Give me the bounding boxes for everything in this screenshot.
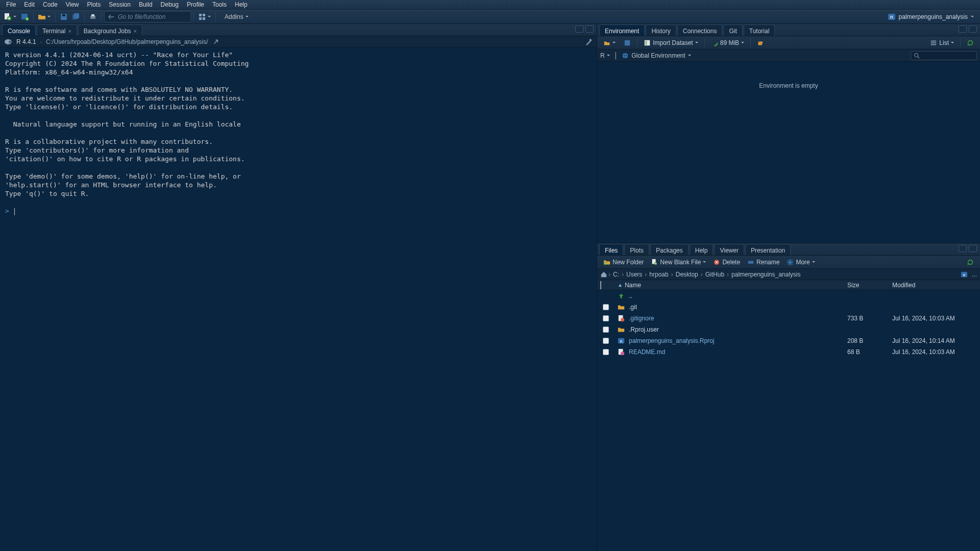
tab-connections[interactable]: Connections bbox=[677, 24, 723, 36]
breadcrumb-segment[interactable]: GitHub bbox=[704, 271, 726, 278]
tab-environment[interactable]: Environment bbox=[599, 24, 645, 36]
row-checkbox[interactable] bbox=[597, 338, 615, 344]
svg-rect-12 bbox=[199, 17, 202, 20]
files-toolbar: New Folder New Blank File Delete Rename bbox=[597, 256, 980, 269]
tab-git[interactable]: Git bbox=[723, 24, 742, 36]
r-project-shortcut-icon[interactable]: R bbox=[961, 271, 968, 278]
menu-file[interactable]: File bbox=[2, 0, 20, 9]
breadcrumb-segment[interactable]: C: bbox=[611, 271, 621, 278]
more-button[interactable]: More bbox=[783, 257, 818, 267]
console-output[interactable]: R version 4.4.1 (2024-06-14 ucrt) -- "Ra… bbox=[0, 47, 597, 551]
minimize-pane-button[interactable] bbox=[959, 245, 967, 252]
menu-plots[interactable]: Plots bbox=[83, 0, 105, 9]
environment-search-input[interactable] bbox=[911, 51, 977, 60]
tab-label: Terminal bbox=[42, 28, 65, 35]
select-all-checkbox[interactable] bbox=[597, 282, 615, 289]
menu-session[interactable]: Session bbox=[105, 0, 135, 9]
file-modified: Jul 16, 2024, 10:03 AM bbox=[889, 315, 980, 322]
column-header-name[interactable]: ▲ Name bbox=[615, 282, 844, 289]
file-name-cell[interactable]: Rpalmerpenguins_analysis.Rproj bbox=[615, 337, 844, 344]
r-version-label: R 4.4.1 bbox=[16, 38, 36, 45]
new-folder-button[interactable]: New Folder bbox=[600, 257, 647, 267]
view-mode-dropdown[interactable]: List bbox=[927, 38, 957, 48]
file-name-cell[interactable]: .gitignore bbox=[615, 315, 844, 322]
breadcrumb-segment[interactable]: Desktop bbox=[674, 271, 700, 278]
new-file-button[interactable] bbox=[2, 11, 13, 22]
new-project-button[interactable] bbox=[19, 11, 31, 22]
file-row[interactable]: Rpalmerpenguins_analysis.Rproj208 BJul 1… bbox=[597, 335, 980, 346]
file-name: README.md bbox=[629, 348, 665, 356]
file-name-cell[interactable]: README.md bbox=[615, 348, 844, 356]
maximize-pane-button[interactable] bbox=[969, 26, 977, 33]
clear-environment-button[interactable] bbox=[754, 38, 767, 48]
file-name-cell[interactable]: .git bbox=[615, 304, 844, 311]
row-checkbox[interactable] bbox=[597, 349, 615, 355]
row-checkbox[interactable] bbox=[597, 304, 615, 310]
file-size: 733 B bbox=[844, 315, 889, 322]
menu-profile[interactable]: Profile bbox=[183, 0, 208, 9]
file-name-cell[interactable]: .Rproj.user bbox=[615, 326, 844, 333]
column-header-modified[interactable]: Modified bbox=[889, 282, 980, 289]
breadcrumb-segment[interactable]: hrpoab bbox=[648, 271, 670, 278]
breadcrumb-segment[interactable]: palmerpenguins_analysis bbox=[730, 271, 802, 278]
close-icon[interactable]: × bbox=[134, 28, 137, 34]
tab-tutorial[interactable]: Tutorial bbox=[744, 24, 775, 36]
home-icon[interactable] bbox=[600, 271, 607, 278]
menu-debug[interactable]: Debug bbox=[157, 0, 183, 9]
tab-console[interactable]: Console bbox=[2, 24, 36, 36]
tab-terminal[interactable]: Terminal× bbox=[37, 24, 77, 36]
goto-file-function-input[interactable]: Go to file/function bbox=[104, 11, 191, 22]
breadcrumb-segment[interactable]: Users bbox=[625, 271, 644, 278]
save-all-button[interactable] bbox=[70, 11, 82, 22]
column-header-size[interactable]: Size bbox=[844, 282, 889, 289]
tab-help[interactable]: Help bbox=[690, 244, 714, 255]
minimize-pane-button[interactable] bbox=[959, 26, 967, 33]
tab-presentation[interactable]: Presentation bbox=[745, 244, 791, 255]
working-directory[interactable]: C:/Users/hrpoab/Desktop/GitHub/palmerpen… bbox=[46, 38, 208, 45]
tab-plots[interactable]: Plots bbox=[624, 244, 649, 255]
rename-button[interactable]: Rename bbox=[744, 257, 782, 267]
file-row[interactable]: .gitignore733 BJul 16, 2024, 10:03 AM bbox=[597, 313, 980, 324]
tab-viewer[interactable]: Viewer bbox=[714, 244, 744, 255]
project-selector[interactable]: R palmerpenguins_analysis bbox=[884, 11, 978, 22]
refresh-files-button[interactable] bbox=[964, 257, 977, 267]
clear-console-button[interactable] bbox=[584, 38, 593, 46]
save-button[interactable] bbox=[58, 11, 69, 22]
menu-build[interactable]: Build bbox=[135, 0, 157, 9]
row-checkbox[interactable] bbox=[597, 315, 615, 321]
scope-environment-dropdown[interactable]: Global Environment bbox=[622, 52, 691, 59]
breadcrumb-more-button[interactable]: ... bbox=[969, 271, 977, 278]
tab-background-jobs[interactable]: Background Jobs× bbox=[78, 24, 142, 36]
print-button[interactable] bbox=[87, 11, 99, 22]
file-row[interactable]: .Rproj.user bbox=[597, 324, 980, 335]
row-checkbox[interactable] bbox=[597, 327, 615, 333]
new-blank-file-button[interactable]: New Blank File bbox=[648, 257, 709, 267]
scope-language-dropdown[interactable]: R bbox=[600, 52, 610, 59]
import-dataset-button[interactable]: Import Dataset bbox=[641, 38, 701, 48]
file-row[interactable]: README.md68 BJul 16, 2024, 10:03 AM bbox=[597, 346, 980, 358]
close-icon[interactable]: × bbox=[68, 28, 71, 34]
tab-packages[interactable]: Packages bbox=[650, 244, 689, 255]
menu-edit[interactable]: Edit bbox=[20, 0, 39, 9]
file-row[interactable]: .git bbox=[597, 302, 980, 313]
menu-view[interactable]: View bbox=[62, 0, 83, 9]
save-workspace-button[interactable] bbox=[621, 38, 634, 48]
file-row[interactable]: .. bbox=[597, 290, 980, 302]
maximize-pane-button[interactable] bbox=[585, 26, 594, 33]
menu-code[interactable]: Code bbox=[39, 0, 62, 9]
minimize-pane-button[interactable] bbox=[575, 26, 583, 33]
delete-button[interactable]: Delete bbox=[710, 257, 743, 267]
menu-help[interactable]: Help bbox=[231, 0, 252, 9]
open-file-button[interactable] bbox=[36, 11, 47, 22]
memory-usage-button[interactable]: 89 MiB bbox=[708, 38, 747, 48]
tab-history[interactable]: History bbox=[646, 24, 676, 36]
load-workspace-button[interactable] bbox=[600, 38, 619, 48]
maximize-pane-button[interactable] bbox=[969, 245, 977, 252]
tab-files[interactable]: Files bbox=[599, 244, 623, 255]
popout-icon[interactable] bbox=[212, 38, 219, 45]
file-name-cell[interactable]: .. bbox=[615, 292, 844, 299]
addins-dropdown[interactable]: Addins bbox=[222, 12, 252, 22]
menu-tools[interactable]: Tools bbox=[208, 0, 231, 9]
tools-button[interactable] bbox=[197, 11, 208, 22]
refresh-environment-button[interactable] bbox=[964, 38, 977, 48]
